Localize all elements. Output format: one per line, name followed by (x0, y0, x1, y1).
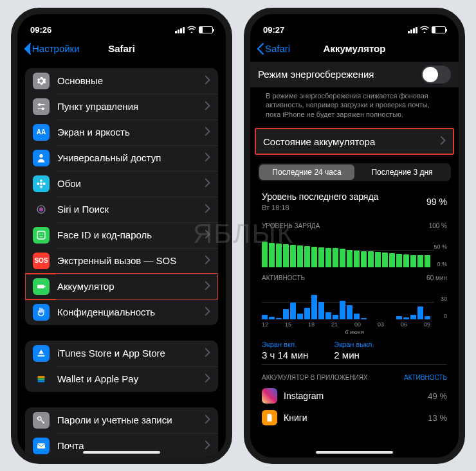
svg-rect-1 (38, 104, 45, 105)
battery-health-row[interactable]: Состояние аккумулятора (255, 129, 453, 154)
phone-right: 09:27 Safari Аккумулятор Режим энергосбе… (244, 8, 465, 464)
last-charge-sub: Вт 18:18 (262, 204, 426, 212)
siri-icon (33, 201, 50, 218)
seg-24h[interactable]: Последние 24 часа (259, 164, 354, 180)
svg-rect-19 (38, 378, 45, 380)
svg-point-8 (37, 182, 39, 185)
svg-rect-18 (38, 376, 45, 378)
apps-activity-link[interactable]: АКТИВНОСТЬ (404, 374, 447, 381)
row-label: Обои (57, 178, 205, 189)
nav-bar: Настройки Safari (17, 36, 226, 62)
settings-row-face-id-и-код-пароль[interactable]: Face ID и код-пароль (25, 222, 218, 248)
screen-time: Экран вкл.3 ч 14 мин Экран выкл.2 мин (262, 341, 447, 360)
flower-icon (33, 175, 50, 192)
settings-row-экран-и-яркость[interactable]: AAЭкран и яркость (25, 120, 218, 145)
settings-row-siri-и-поиск[interactable]: Siri и Поиск (25, 197, 218, 222)
row-label: Конфиденциальность (57, 307, 205, 317)
battery-icon (199, 26, 213, 33)
chevron-right-icon (205, 281, 210, 292)
appstore-icon (33, 345, 50, 362)
last-charge-row: Уровень последнего заряда Вт 18:18 99 % (250, 188, 459, 216)
low-power-toggle[interactable] (421, 66, 451, 84)
screen-on: Экран вкл.3 ч 14 мин (262, 341, 308, 360)
settings-row-пароли-и-учетные-записи[interactable]: Пароли и учетные записи (25, 407, 218, 433)
chevron-right-icon (205, 348, 210, 359)
app-row[interactable]: Instagram49 % (250, 385, 459, 407)
svg-point-21 (38, 416, 41, 420)
home-indicator[interactable] (83, 451, 160, 454)
settings-row-конфиденциальность[interactable]: Конфиденциальность (25, 299, 218, 325)
svg-point-5 (40, 182, 42, 185)
settings-row-обои[interactable]: Обои (25, 171, 218, 197)
battery-health-label: Состояние аккумулятора (263, 136, 441, 147)
svg-point-9 (43, 182, 46, 185)
wifi-icon (187, 26, 196, 35)
row-label: iTunes Store и App Store (57, 348, 205, 359)
SOS-icon: SOS (33, 253, 50, 269)
svg-point-6 (40, 179, 42, 182)
notch (70, 14, 173, 31)
app-row[interactable]: Книги13 % (250, 407, 459, 429)
chevron-right-icon (205, 441, 210, 451)
settings-row-itunes-store-и-app-store[interactable]: iTunes Store и App Store (25, 341, 218, 366)
low-power-label: Режим энергосбережения (258, 69, 421, 80)
time-range-segmented[interactable]: Последние 24 часа Последние 3 дня (258, 163, 451, 181)
gear-icon (33, 73, 50, 89)
row-label: Аккумулятор (57, 281, 205, 292)
svg-point-13 (39, 234, 40, 235)
app-pct: 13 % (428, 413, 447, 423)
phone-left: 09:26 Настройки Safari ОсновныеПункт упр… (11, 8, 232, 464)
apps-section-label: АККУМУЛЯТОР В ПРИЛОЖЕНИЯХ АКТИВНОСТЬ (250, 365, 459, 385)
row-label: Face ID и код-пароль (57, 229, 205, 240)
mail-icon (33, 438, 50, 454)
svg-rect-17 (38, 355, 45, 356)
person-icon (33, 150, 50, 166)
chevron-right-icon (205, 127, 210, 138)
svg-rect-12 (37, 231, 45, 239)
svg-rect-3 (38, 108, 45, 109)
settings-row-универсальный-доступ[interactable]: Универсальный доступ (25, 145, 218, 171)
chevron-right-icon (205, 179, 210, 189)
seg-3d[interactable]: Последние 3 дня (354, 164, 450, 180)
battery-icon (432, 26, 446, 33)
faceid-icon (33, 227, 50, 244)
AA-icon: AA (33, 124, 50, 141)
row-label: Пункт управления (57, 101, 205, 112)
settings-row-wallet-и-apple-pay[interactable]: Wallet и Apple Pay (25, 366, 218, 392)
settings-row-аккумулятор[interactable]: Аккумулятор (25, 274, 218, 299)
row-label: Wallet и Apple Pay (57, 373, 205, 384)
svg-rect-16 (44, 285, 45, 287)
chevron-right-icon (205, 153, 210, 163)
page-title: Аккумулятор (250, 43, 459, 54)
settings-row-экстренный-вызов-sos[interactable]: SOSЭкстренный вызов — SOS (25, 248, 218, 274)
chevron-right-icon (205, 256, 210, 266)
signal-icon (175, 27, 185, 33)
svg-rect-15 (37, 285, 44, 288)
switches-icon (33, 98, 50, 115)
row-label: Универсальный доступ (57, 152, 205, 163)
chevron-right-icon (205, 102, 210, 112)
activity-chart: 300 (262, 284, 447, 320)
svg-rect-22 (37, 443, 45, 449)
wallet-icon (33, 371, 50, 387)
svg-point-14 (42, 234, 42, 235)
settings-row-почта[interactable]: Почта (25, 433, 218, 458)
wifi-icon (420, 26, 429, 35)
charge-chart: 50 %0 % (262, 232, 447, 268)
app-pct: 49 % (428, 391, 447, 401)
home-indicator[interactable] (316, 451, 393, 454)
status-time: 09:27 (263, 25, 284, 35)
status-time: 09:26 (30, 25, 51, 35)
charge-section-label: УРОВЕНЬ ЗАРЯДА100 % (250, 216, 459, 232)
row-label: Почта (57, 440, 205, 451)
svg-point-11 (39, 207, 44, 211)
low-power-row[interactable]: Режим энергосбережения (250, 62, 459, 87)
nav-bar: Safari Аккумулятор (250, 36, 459, 62)
settings-row-основные[interactable]: Основные (25, 68, 218, 94)
page-title: Safari (17, 43, 226, 54)
activity-section-label: АКТИВНОСТЬ60 мин (250, 268, 459, 284)
last-charge-value: 99 % (426, 197, 447, 207)
row-label: Экран и яркость (57, 127, 205, 138)
settings-row-пункт-управления[interactable]: Пункт управления (25, 94, 218, 120)
key-icon (33, 412, 50, 429)
